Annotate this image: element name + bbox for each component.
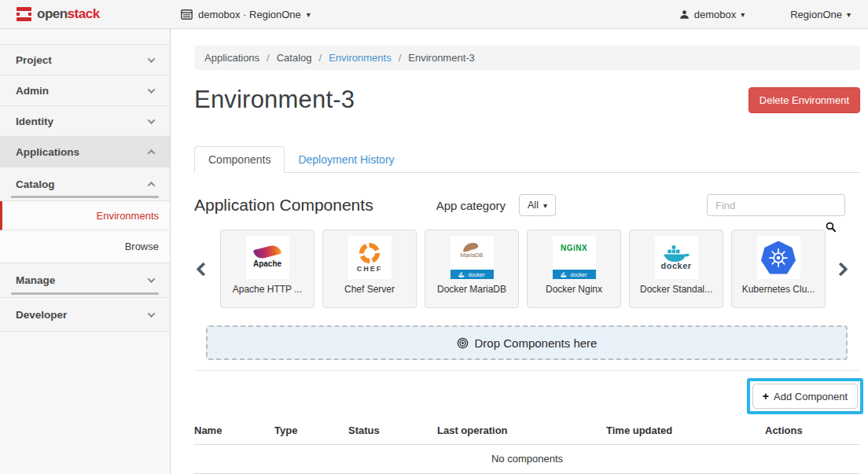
project-region-label: demobox · RegionOne — [198, 9, 301, 20]
chef-logo-icon: CHEF — [348, 236, 392, 279]
tab-bar: Components Deployment History — [194, 145, 860, 173]
user-icon — [679, 9, 690, 20]
docker-logo-icon: docker — [655, 236, 698, 279]
mariadb-logo-icon: MariaDB docker — [451, 236, 494, 279]
sidebar-item-label: Developer — [16, 309, 67, 321]
topbar: openstack demobox · RegionOne ▾ demobox … — [0, 0, 868, 29]
caret-down-icon: ▾ — [741, 10, 745, 19]
chevron-down-icon — [148, 310, 156, 318]
sidebar-item-label: Identity — [16, 116, 53, 127]
app-card-label: Apache HTTP ... — [233, 284, 302, 295]
breadcrumb-applications: Applications — [204, 52, 259, 64]
carousel-right-icon[interactable] — [833, 262, 848, 276]
app-card-label: Kubernetes Clu... — [742, 284, 815, 295]
sidebar-item-label: Browse — [125, 241, 159, 252]
sidebar-item-label: Catalog — [16, 178, 55, 190]
sidebar-item-applications[interactable]: Applications — [0, 137, 170, 167]
region-menu[interactable]: RegionOne ▾ — [790, 9, 851, 20]
sidebar-item-admin[interactable]: Admin — [0, 75, 170, 106]
find-input[interactable] — [707, 194, 845, 216]
sidebar-item-identity[interactable]: Identity — [0, 106, 170, 137]
page-title: Environment-3 — [194, 86, 355, 114]
search-icon[interactable] — [826, 222, 837, 236]
sidebar-top-strip — [0, 29, 170, 45]
docker-badge: docker — [553, 270, 596, 279]
project-table-icon — [181, 9, 193, 20]
column-header-time-updated[interactable]: Time updated — [606, 420, 765, 445]
caret-down-icon: ▾ — [307, 10, 311, 19]
app-card-apache[interactable]: Apache Apache HTTP ... — [220, 230, 314, 308]
docker-badge: docker — [451, 270, 494, 279]
sidebar-item-label: Environments — [97, 210, 159, 222]
openstack-logo-icon — [17, 7, 31, 21]
openstack-brand[interactable]: openstack — [0, 6, 171, 22]
breadcrumb-separator: / — [399, 52, 402, 64]
column-header-status[interactable]: Status — [348, 420, 437, 445]
sidebar-item-developer[interactable]: Developer — [0, 298, 170, 332]
breadcrumb-current: Environment-3 — [408, 52, 475, 64]
table-header-row: Name Type Status Last operation Time upd… — [194, 420, 860, 445]
caret-down-icon: ▾ — [847, 10, 851, 19]
add-component-highlight: + Add Component — [747, 378, 863, 414]
chevron-up-icon — [148, 149, 156, 156]
app-card-docker-nginx[interactable]: NGiNX docker Docker Nginx — [527, 230, 621, 308]
chevron-down-icon — [148, 55, 156, 63]
components-table: Name Type Status Last operation Time upd… — [194, 420, 860, 474]
plus-icon: + — [763, 390, 769, 402]
project-region-switcher[interactable]: demobox · RegionOne ▾ — [181, 9, 311, 20]
sidebar: Project Admin Identity Applications Cata… — [0, 29, 171, 474]
user-menu-label: demobox — [694, 9, 736, 20]
sidebar-item-label: Manage — [16, 274, 55, 286]
user-menu[interactable]: demobox ▾ — [679, 9, 745, 20]
drop-zone-label: Drop Components here — [475, 336, 598, 350]
main-content: Applications / Catalog / Environments / … — [171, 29, 868, 474]
sidebar-item-label: Applications — [16, 146, 79, 158]
kubernetes-logo-icon — [757, 236, 800, 279]
openstack-wordmark: openstack — [37, 6, 100, 22]
breadcrumb: Applications / Catalog / Environments / … — [194, 46, 860, 70]
delete-environment-button[interactable]: Delete Environment — [748, 87, 860, 113]
chevron-up-icon — [148, 181, 156, 189]
chevron-down-icon — [148, 116, 156, 124]
apache-logo-icon: Apache — [246, 236, 289, 279]
sidebar-item-environments[interactable]: Environments — [0, 201, 170, 230]
breadcrumb-catalog: Catalog — [277, 52, 312, 64]
breadcrumb-separator: / — [267, 52, 270, 64]
drop-components-zone[interactable]: Drop Components here — [206, 325, 848, 360]
carousel-left-icon[interactable] — [196, 262, 210, 276]
add-component-button[interactable]: + Add Component — [752, 384, 858, 409]
app-card-label: Chef Server — [344, 284, 395, 295]
empty-state-text: No components — [194, 445, 860, 474]
column-header-name[interactable]: Name — [194, 420, 274, 445]
tab-deployment-history[interactable]: Deployment History — [285, 147, 407, 172]
app-card-kubernetes[interactable]: Kubernetes Clu... — [731, 230, 826, 308]
column-header-last-operation[interactable]: Last operation — [437, 420, 606, 445]
nginx-logo-icon: NGiNX docker — [553, 236, 596, 279]
sidebar-item-catalog[interactable]: Catalog — [0, 167, 170, 200]
chevron-down-icon — [148, 275, 156, 283]
tab-components[interactable]: Components — [194, 146, 285, 173]
column-header-actions: Actions — [765, 420, 860, 445]
app-category-label: App category — [436, 199, 506, 212]
column-header-type[interactable]: Type — [274, 420, 348, 445]
category-value: All — [528, 200, 539, 211]
bullseye-icon — [457, 337, 469, 349]
region-menu-label: RegionOne — [790, 9, 842, 20]
category-dropdown[interactable]: All ▾ — [519, 194, 556, 216]
add-component-label: Add Component — [774, 391, 848, 402]
app-card-docker-standalone[interactable]: docker Docker Standal... — [629, 230, 723, 308]
sidebar-item-manage[interactable]: Manage — [0, 263, 170, 297]
components-carousel: Apache Apache HTTP ... CHEF Chef Server — [194, 230, 860, 308]
table-empty-row: No components — [194, 445, 860, 474]
app-card-docker-mariadb[interactable]: MariaDB docker Docker MariaDB — [425, 230, 519, 308]
caret-down-icon: ▾ — [543, 201, 547, 210]
app-card-chef[interactable]: CHEF Chef Server — [322, 230, 417, 308]
sidebar-item-browse[interactable]: Browse — [0, 230, 170, 263]
sidebar-item-label: Project — [16, 54, 52, 66]
chevron-down-icon — [148, 86, 156, 94]
breadcrumb-environments-link[interactable]: Environments — [329, 52, 391, 64]
app-card-label: Docker Standal... — [640, 284, 712, 295]
app-card-label: Docker MariaDB — [437, 284, 506, 295]
breadcrumb-separator: / — [319, 52, 322, 64]
sidebar-item-project[interactable]: Project — [0, 45, 170, 75]
